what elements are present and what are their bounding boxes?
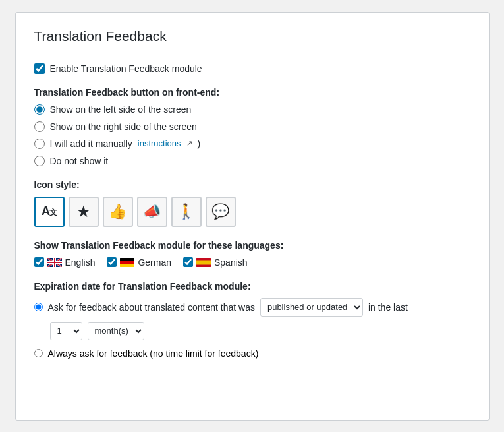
translation-feedback-card: Translation Feedback Enable Translation …	[15, 12, 490, 421]
language-english-label: English	[65, 257, 96, 268]
button-position-label: Translation Feedback button on front-end…	[34, 87, 470, 98]
position-manual-label: I will add it manually	[50, 139, 132, 149]
expiration-number-select[interactable]: 1234 5678 9101112	[50, 322, 82, 340]
position-none-label: Do not show it	[50, 156, 109, 166]
flag-es-icon	[196, 258, 211, 267]
position-none-radio[interactable]	[34, 156, 45, 166]
languages-row: English German	[34, 257, 470, 268]
svg-rect-8	[47, 262, 62, 263]
translate-icon: A文	[42, 204, 57, 218]
expiration-period-row: 1234 5678 9101112 month(s) week(s) day(s…	[34, 322, 470, 340]
icon-speech-button[interactable]: 💬	[206, 197, 236, 227]
expiration-label: Expiration date for Translation Feedback…	[34, 281, 470, 292]
flag-uk-icon	[47, 258, 62, 267]
svg-rect-13	[196, 260, 211, 264]
language-english-item: English	[34, 257, 96, 268]
enable-module-row: Enable Translation Feedback module	[34, 63, 470, 74]
position-manual-radio[interactable]	[34, 139, 45, 149]
expiration-always-radio[interactable]	[34, 349, 43, 357]
position-right-radio[interactable]	[34, 121, 45, 132]
enable-module-label: Enable Translation Feedback module	[50, 63, 202, 74]
expiration-period-select[interactable]: month(s) week(s) day(s)	[88, 322, 144, 340]
position-right-item: Show on the right side of the screen	[34, 121, 470, 132]
position-none-item: Do not show it	[34, 156, 470, 166]
icon-star-button[interactable]: ★	[69, 197, 99, 227]
language-german-item: German	[107, 257, 171, 268]
languages-label: Show Translation Feedback module for the…	[34, 240, 470, 251]
expiration-ask-after-label: in the last	[368, 302, 408, 313]
expiration-ask-row: Ask for feedback about translated conten…	[34, 298, 470, 317]
star-icon: ★	[76, 202, 91, 221]
language-german-checkbox[interactable]	[107, 257, 117, 267]
expiration-always-label: Always ask for feedback (no time limit f…	[48, 348, 259, 359]
language-spanish-item: Spanish	[183, 257, 248, 268]
flag-de-icon	[120, 258, 134, 267]
page-title: Translation Feedback	[34, 28, 470, 51]
speech-icon: 💬	[211, 203, 229, 220]
external-link-icon: ↗	[186, 139, 192, 148]
languages-section: Show Translation Feedback module for the…	[34, 240, 470, 268]
icon-megaphone-button[interactable]: 📣	[137, 197, 167, 227]
icon-person-button[interactable]: 🚶	[171, 197, 202, 227]
icon-translate-button[interactable]: A文	[34, 197, 65, 227]
position-left-label: Show on the left side of the screen	[50, 104, 192, 115]
position-right-label: Show on the right side of the screen	[50, 121, 197, 132]
expiration-ask-radio[interactable]	[34, 303, 43, 311]
icon-style-label: Icon style:	[34, 179, 470, 190]
enable-module-checkbox[interactable]	[34, 63, 45, 74]
language-spanish-label: Spanish	[214, 257, 248, 268]
position-left-item: Show on the left side of the screen	[34, 104, 470, 115]
expiration-always-row: Always ask for feedback (no time limit f…	[34, 348, 470, 359]
person-icon: 🚶	[177, 203, 195, 220]
language-german-label: German	[138, 257, 171, 268]
thumbsup-icon: 👍	[109, 203, 126, 220]
expiration-ask-before-label: Ask for feedback about translated conten…	[48, 302, 255, 313]
position-left-radio[interactable]	[34, 104, 45, 115]
expiration-status-select[interactable]: published or updated published only upda…	[260, 298, 363, 317]
language-spanish-checkbox[interactable]	[183, 257, 193, 267]
button-position-radio-group: Show on the left side of the screen Show…	[34, 104, 470, 166]
icon-style-section: Icon style: A文 ★ 👍 📣 🚶 💬	[34, 179, 470, 227]
position-manual-item: I will add it manually instructions ↗)	[34, 139, 470, 149]
button-position-section: Translation Feedback button on front-end…	[34, 87, 470, 166]
svg-rect-9	[120, 258, 134, 261]
expiration-section: Expiration date for Translation Feedback…	[34, 281, 470, 359]
icon-thumbsup-button[interactable]: 👍	[103, 197, 133, 227]
svg-rect-11	[120, 264, 134, 267]
megaphone-icon: 📣	[143, 203, 161, 220]
instructions-link[interactable]: instructions	[138, 139, 181, 148]
language-english-checkbox[interactable]	[34, 257, 44, 267]
icon-buttons-group: A文 ★ 👍 📣 🚶 💬	[34, 197, 470, 227]
svg-rect-10	[120, 261, 134, 264]
